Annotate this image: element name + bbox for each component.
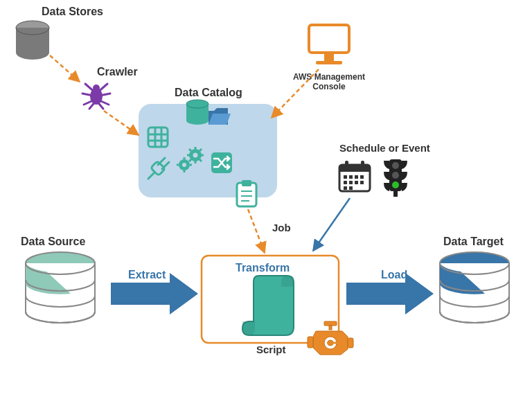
arrow-console-to-catalog: [272, 69, 319, 118]
diagram-canvas: Data Stores Crawler Data Catalog AWS Man…: [0, 0, 532, 399]
arrow-crawler-to-catalog: [104, 111, 139, 135]
arrow-schedule-to-transform: [313, 198, 350, 251]
arrow-job-to-transform: [248, 209, 265, 253]
arrows-layer: [0, 0, 532, 399]
arrow-extract: [111, 273, 198, 314]
arrow-load: [346, 273, 434, 314]
arrow-store-to-crawler: [50, 55, 80, 82]
